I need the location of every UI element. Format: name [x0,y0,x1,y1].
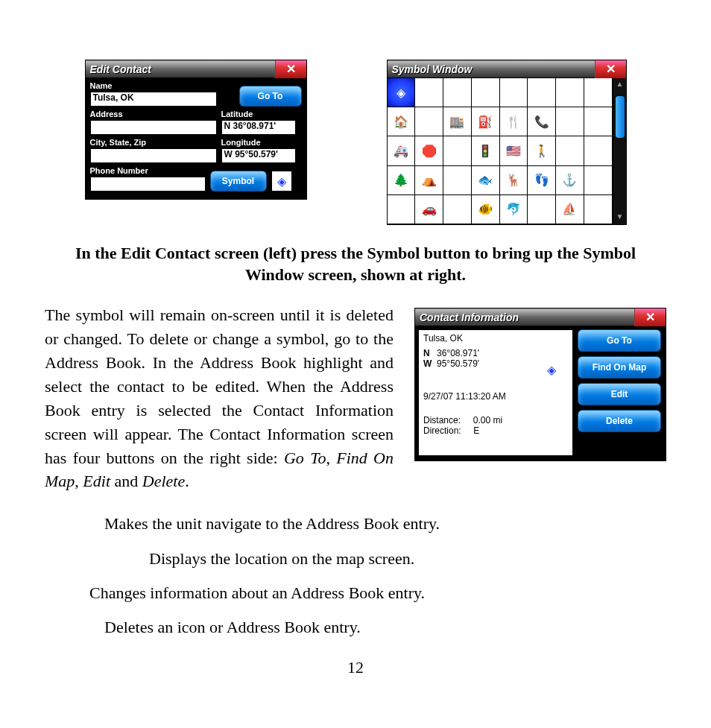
symbol-cell[interactable]: ⛵ [556,195,584,224]
contact-info-buttons: Go To Find On Map Edit Delete [578,329,661,456]
symbol-cell[interactable]: ⚓ [556,166,584,195]
symbol-cell[interactable]: 🅿 [556,136,584,165]
symbol-cell[interactable]: 🏠 [388,107,416,136]
contact-info-body: Tulsa, OK N 36°08.971' W 95°50.579' ◈ 9/… [415,326,666,460]
symbol-cell[interactable]: 🏬 [443,107,472,136]
desc-delete: Deletes an icon or Address Book entry. [104,610,666,645]
symbol-cell[interactable]: ◆ [415,78,443,107]
lat-dir: N [423,348,432,358]
go-to-button[interactable]: Go To [239,86,302,107]
close-icon[interactable] [275,60,306,78]
para-text: The symbol will remain on-screen until i… [45,306,394,466]
edit-contact-title: Edit Contact [86,63,275,75]
symbol-cell[interactable]: ✖ [528,78,556,107]
distance-value: 0.00 mi [473,415,502,425]
contact-info-window: Contact Information Tulsa, OK N 36°08.97… [414,308,666,461]
symbol-cell[interactable]: ✖ [556,78,584,107]
symbol-window-titlebar: Symbol Window [388,60,626,78]
close-icon[interactable] [634,308,666,326]
distance-label: Distance: [423,415,461,425]
close-icon[interactable] [595,60,626,78]
symbol-cell[interactable] [584,166,613,195]
desc-edit: Changes information about an Address Boo… [89,576,666,610]
contact-name: Tulsa, OK [423,333,568,344]
symbol-cell[interactable]: ◢ [528,195,556,224]
symbol-scrollbar[interactable]: ▲ ▼ [613,78,626,224]
go-to-button[interactable]: Go To [578,329,661,352]
symbol-cell[interactable]: 🇺🇸 [500,136,528,165]
symbol-cell[interactable]: 🚶 [528,136,556,165]
phone-input[interactable] [90,177,206,192]
symbol-cell[interactable]: ⛽ [472,107,500,136]
delete-button[interactable]: Delete [578,410,661,432]
name-label: Name [90,81,217,90]
figure-caption: In the Edit Contact screen (left) press … [60,243,651,285]
longitude-label: Longitude [221,138,296,147]
symbol-cell[interactable]: 🚑 [388,136,416,165]
edit-contact-titlebar: Edit Contact [86,60,306,78]
symbol-cell[interactable]: 🦌 [500,166,528,195]
desc-goto: Makes the unit navigate to the Address B… [104,507,666,541]
symbol-cell[interactable]: 🏖 [388,195,416,224]
latitude-label: Latitude [221,110,296,118]
latitude-input[interactable]: N 36°08.971' [221,120,296,135]
symbol-cell[interactable]: ✖ [472,78,500,107]
symbol-cell[interactable]: 🐬 [500,195,528,224]
longitude-input[interactable]: W 95°50.579' [221,148,296,163]
name-input[interactable]: Tulsa, OK [90,92,217,107]
symbol-window: Symbol Window ◈◆◇✖✖✖✖✚🏠⚑🏬⛽🍴📞✈🚑🛑⚠🚦🇺🇸🚶🅿🌲⛺△… [387,60,627,225]
scroll-thumb[interactable] [616,96,625,138]
sep: , [326,449,336,467]
symbol-button[interactable]: Symbol [210,171,267,192]
symbol-window-title: Symbol Window [388,63,595,75]
symbol-cell[interactable]: ◇ [443,78,472,107]
main-paragraph: The symbol will remain on-screen until i… [45,303,394,493]
symbol-cell[interactable] [584,136,613,165]
scroll-down-icon[interactable]: ▼ [615,212,625,223]
symbol-cell[interactable]: 👣 [528,166,556,195]
contact-info-titlebar: Contact Information [415,308,666,326]
symbol-cell[interactable]: 🍴 [500,107,528,136]
symbol-cell[interactable]: ⚑ [415,107,443,136]
button-descriptions: Makes the unit navigate to the Address B… [104,507,666,645]
page-number: 12 [45,658,666,677]
symbol-cell[interactable]: 🚦 [472,136,500,165]
symbol-cell[interactable] [584,107,613,136]
address-input[interactable] [90,120,217,135]
symbol-cell[interactable]: 🐟 [472,166,500,195]
symbol-cell[interactable]: 🌲 [388,166,416,195]
symbol-cell[interactable] [584,195,613,224]
sep: . [185,472,189,490]
edit-contact-body: Name Tulsa, OK Go To Address Latitude N … [86,78,306,199]
symbol-cell[interactable]: ✖ [500,78,528,107]
btn-name-edit: Edit [83,472,110,490]
current-symbol-swatch[interactable]: ◈ [271,171,292,192]
btn-name-delete: Delete [142,472,185,490]
contact-info-card: Tulsa, OK N 36°08.971' W 95°50.579' ◈ 9/… [418,329,573,456]
symbol-cell[interactable]: △ [443,166,472,195]
symbol-cell[interactable]: ✚ [584,78,613,107]
desc-findonmap: Displays the location on the map screen. [149,542,666,576]
symbol-cell[interactable]: ☠ [443,195,472,224]
symbol-cell[interactable]: ◈ [388,78,416,107]
edit-contact-window: Edit Contact Name Tulsa, OK Go To Addres… [85,60,307,200]
symbol-cell[interactable]: 🛑 [415,136,443,165]
mid-row: The symbol will remain on-screen until i… [45,303,666,493]
find-on-map-button[interactable]: Find On Map [578,356,661,379]
direction-label: Direction: [423,425,461,436]
symbol-cell[interactable]: 📞 [528,107,556,136]
symbol-cell[interactable]: ⚠ [443,136,472,165]
symbol-cell[interactable]: ✈ [556,107,584,136]
contact-info-title: Contact Information [415,311,634,323]
direction-value: E [473,425,479,436]
symbol-window-body: ◈◆◇✖✖✖✖✚🏠⚑🏬⛽🍴📞✈🚑🛑⚠🚦🇺🇸🚶🅿🌲⛺△🐟🦌👣⚓🏖🚗☠🐠🐬◢⛵ ▲ … [388,78,626,224]
city-state-zip-input[interactable] [90,148,217,163]
symbol-cell[interactable]: 🚗 [415,195,443,224]
address-label: Address [90,110,217,118]
symbol-grid: ◈◆◇✖✖✖✖✚🏠⚑🏬⛽🍴📞✈🚑🛑⚠🚦🇺🇸🚶🅿🌲⛺△🐟🦌👣⚓🏖🚗☠🐠🐬◢⛵ [388,78,613,224]
symbol-cell[interactable]: 🐠 [472,195,500,224]
scroll-up-icon[interactable]: ▲ [615,80,625,90]
btn-name-goto: Go To [284,449,326,467]
symbol-cell[interactable]: ⛺ [415,166,443,195]
edit-button[interactable]: Edit [578,383,661,405]
